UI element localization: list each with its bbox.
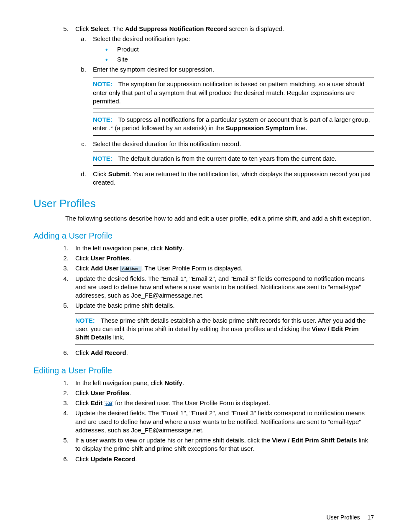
text: . The User Profile Form is displayed. xyxy=(141,265,243,272)
text: In the left navigation pane, click xyxy=(75,244,164,252)
bold-submit: Submit xyxy=(108,170,130,177)
bold-edit: Edit xyxy=(91,399,102,406)
bold-add-user: Add User xyxy=(91,265,119,272)
text: . xyxy=(126,349,128,356)
text: . xyxy=(129,389,131,396)
note-label: NOTE: xyxy=(93,80,113,87)
text: If a user wants to view or update his or… xyxy=(75,437,272,444)
note-box: NOTE:The default duration is from the cu… xyxy=(93,152,374,166)
bold-add-record: Add Record xyxy=(91,349,126,356)
step-text: Click Select. The Add Suppress Notificat… xyxy=(75,25,284,32)
bold-user-profiles: User Profiles xyxy=(91,389,130,396)
heading-user-profiles: User Profiles xyxy=(33,196,374,211)
note-text: The default duration is from the current… xyxy=(118,155,337,162)
add-step-1: In the left navigation pane, click Notif… xyxy=(70,244,374,252)
note-label: NOTE: xyxy=(75,317,95,324)
step-5: Click Select. The Add Suppress Notificat… xyxy=(70,25,374,187)
heading-adding: Adding a User Profile xyxy=(33,230,374,242)
text: In the left navigation pane, click xyxy=(75,379,164,386)
text: Select the desired notification type: xyxy=(93,35,190,42)
bold-link-text: View / Edit Prim Shift Details xyxy=(272,437,357,444)
text: Click xyxy=(75,25,91,32)
note-text: line. xyxy=(294,124,307,131)
text: Product xyxy=(117,46,139,53)
bold-screen-name: Add Suppress Notification Record xyxy=(125,25,227,32)
text: . xyxy=(129,254,131,262)
text: Click xyxy=(75,389,91,396)
text: Click xyxy=(75,349,91,356)
bold-select: Select xyxy=(91,25,109,32)
edit-step-2: Click User Profiles. xyxy=(70,389,374,397)
note-box: NOTE:To suppress all notifications for a… xyxy=(93,113,374,136)
text: . xyxy=(182,244,184,252)
edit-link-icon: edit xyxy=(104,401,113,406)
text: for the desired user. The User Profile F… xyxy=(113,399,270,406)
text: . xyxy=(182,379,184,386)
edit-step-1: In the left navigation pane, click Notif… xyxy=(70,379,374,387)
footer-page-number: 17 xyxy=(367,514,374,521)
text: screen is displayed. xyxy=(227,25,284,32)
substep-a: Select the desired notification type: Pr… xyxy=(88,35,374,64)
add-step-4: Update the desired fields. The "Email 1"… xyxy=(70,275,374,300)
text: Click xyxy=(93,170,108,177)
note-box: NOTE:The symptom for suppression notific… xyxy=(93,77,374,108)
bold-text: Suppression Symptom xyxy=(226,124,294,131)
edit-step-5: If a user wants to view or update his or… xyxy=(70,436,374,453)
text: Click xyxy=(75,265,91,272)
edit-step-6: Click Update Record. xyxy=(70,455,374,463)
text: Click xyxy=(75,254,91,262)
bullet-product: Product xyxy=(105,45,374,54)
note-text: link. xyxy=(112,334,125,341)
text: Click xyxy=(75,455,91,463)
bold-user-profiles: User Profiles xyxy=(91,254,130,262)
edit-step-4: Update the desired fields. The "Email 1"… xyxy=(70,409,374,434)
page-footer: User Profiles 17 xyxy=(33,514,374,522)
text: . xyxy=(135,455,137,463)
text: . The xyxy=(109,25,125,32)
text: Site xyxy=(117,56,128,63)
add-step-6: Click Add Record. xyxy=(70,349,374,357)
bold-notify: Notify xyxy=(164,379,182,386)
substep-d: Click Submit. You are returned to the no… xyxy=(88,170,374,187)
text: Update the basic prime shift details. xyxy=(75,302,175,309)
add-user-button-icon: Add User xyxy=(120,266,141,272)
text: Click xyxy=(75,399,91,406)
note-label: NOTE: xyxy=(93,116,113,123)
bold-notify: Notify xyxy=(164,244,182,252)
heading-editing: Editing a User Profile xyxy=(33,365,374,376)
text: Enter the symptom desired for suppressio… xyxy=(93,66,214,73)
intro-text: The following sections describe how to a… xyxy=(65,214,374,223)
add-step-2: Click User Profiles. xyxy=(70,254,374,262)
footer-section: User Profiles xyxy=(326,514,360,521)
text: Select the desired duration for this not… xyxy=(93,140,241,147)
text: . You are returned to the notification l… xyxy=(93,170,371,186)
add-step-5: Update the basic prime shift details. NO… xyxy=(70,301,374,344)
substep-c: Select the desired duration for this not… xyxy=(88,140,374,166)
note-label: NOTE: xyxy=(93,155,113,162)
bullet-site: Site xyxy=(105,55,374,64)
note-text: The symptom for suppression notification… xyxy=(93,80,364,105)
edit-step-3: Click Edit edit for the desired user. Th… xyxy=(70,399,374,407)
bold-update-record: Update Record xyxy=(91,455,136,463)
substep-b: Enter the symptom desired for suppressio… xyxy=(88,65,374,136)
note-box: NOTE:These prime shift details establish… xyxy=(75,314,374,345)
add-step-3: Click Add User Add User. The User Profil… xyxy=(70,264,374,272)
